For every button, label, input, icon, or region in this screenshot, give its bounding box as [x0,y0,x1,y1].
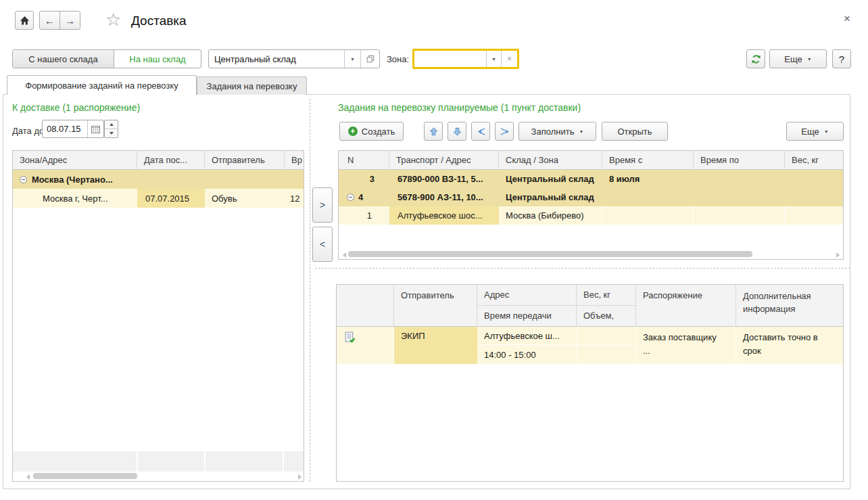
date-to-field[interactable]: 08.07.15 [42,120,104,138]
move-down-button[interactable] [448,122,466,141]
cell-info[interactable]: Доставить точно в срок [736,327,843,364]
left-panel-title: К доставке (1 распоряжение) [12,102,140,113]
more-button-right-panel[interactable]: Еще▼ [786,122,844,141]
home-button[interactable] [15,11,34,30]
table-row[interactable]: 4 5678-900 АЗ-11, 10... Центральный скла… [339,188,843,206]
favorites-star-icon[interactable]: ☆ [105,9,121,30]
scrollbar-thumb[interactable] [348,251,752,257]
cell-sender[interactable]: Обувь [205,189,285,208]
scroll-left-icon[interactable] [26,474,30,480]
cell-date-selected[interactable]: 07.07.2015 [137,189,205,208]
fill-button[interactable]: Заполнить▼ [519,122,596,141]
cell-doc-icon[interactable] [337,327,394,364]
horizontal-splitter[interactable] [315,268,850,269]
col-header-volume[interactable]: Объем, [577,306,636,326]
cell-n[interactable]: 1 [339,206,389,225]
date-spinner[interactable] [104,120,118,138]
left-table-hscrollbar[interactable] [13,472,304,481]
cell-transport[interactable]: 67890-000 ВЗ-11, 5... [389,170,499,188]
back-button[interactable]: ← [39,11,60,30]
page-title: Доставка [131,14,187,28]
cell-address[interactable]: Москва г, Черт... [13,189,137,208]
scroll-right-icon[interactable] [836,252,840,258]
cell-volume[interactable] [577,345,636,364]
col-header-address[interactable]: Адрес [477,285,577,306]
ungroup-button[interactable] [471,122,490,141]
create-button[interactable]: + Создать [339,122,404,141]
col-header-date[interactable]: Дата пос... [137,151,205,169]
col-header-n[interactable]: N [339,151,389,169]
collapse-icon[interactable] [347,194,354,201]
warehouse-dropdown-icon[interactable]: ▼ [345,57,360,62]
segment-to-our-warehouse[interactable]: На наш склад [114,50,201,68]
tab-task-forming[interactable]: Формирование заданий на перевозку [7,75,197,95]
zone-combobox[interactable]: ▼ × [412,49,519,69]
calendar-button[interactable] [88,125,103,133]
col-header-order[interactable]: Распоряжение [636,285,736,326]
group-button[interactable] [495,122,514,141]
move-left-button[interactable]: < [312,227,333,262]
cell-sender-selected[interactable]: ЭКИП [394,327,477,364]
plus-icon: + [348,127,358,136]
create-button-label: Создать [362,127,395,137]
table-row[interactable]: Москва г, Черт... 07.07.2015 Обувь 12 [13,189,304,208]
direction-segmented-control: С нашего склада На наш склад [12,49,201,68]
spinner-down-icon[interactable] [105,129,118,137]
warehouse-combobox[interactable]: Центральный склад ▼ [208,49,380,68]
vertical-splitter[interactable] [310,99,310,482]
open-button[interactable]: Открыть [602,122,668,141]
zone-clear-icon[interactable]: × [502,54,517,64]
col-header-zone-address[interactable]: Зона/Адрес [13,151,137,169]
col-header-time[interactable]: Вр [285,151,304,169]
col-header-time-to[interactable]: Время по [694,151,785,169]
col-header-transfer-time[interactable]: Время передачи [477,306,577,326]
forward-button[interactable]: → [59,11,80,30]
tab-transport-tasks[interactable]: Задания на перевозку [197,76,307,95]
cell-address[interactable]: Алтуфьевское ш... [477,327,577,345]
scroll-left-icon[interactable] [343,252,346,258]
cell-transport-selected[interactable]: Алтуфьевское шос... [389,206,499,225]
cell-time[interactable]: 12 [285,189,304,208]
cell-order[interactable]: Заказ поставщику ... [636,327,736,364]
col-header-weight[interactable]: Вес, кг [577,285,636,306]
cell-weight[interactable] [785,206,843,225]
cell-warehouse[interactable]: Центральный склад [499,188,602,206]
col-header-transport[interactable]: Транспорт / Адрес [389,151,499,169]
table-row[interactable]: ЭКИП Алтуфьевское ш... 14:00 - 15:00 Зак… [337,327,843,364]
cell-warehouse[interactable]: Москва (Бибирево) [499,206,602,225]
cell-transport[interactable]: 5678-900 АЗ-11, 10... [389,188,499,206]
spinner-up-icon[interactable] [105,120,118,129]
move-up-button[interactable] [424,122,443,141]
refresh-button[interactable] [746,49,765,68]
move-right-button[interactable]: > [312,187,333,223]
col-header-warehouse[interactable]: Склад / Зона [499,151,602,169]
zone-dropdown-icon[interactable]: ▼ [487,57,501,62]
help-button[interactable]: ? [832,49,851,68]
cell-time-from[interactable]: 8 июля [602,170,694,188]
segment-from-our-warehouse[interactable]: С нашего склада [13,50,114,68]
cell-n[interactable]: 4 [339,188,389,206]
warehouse-picker-button[interactable] [361,54,379,64]
right-table-hscrollbar[interactable] [339,250,844,259]
table-row[interactable]: 1 Алтуфьевское шос... Москва (Бибирево) [339,206,843,225]
col-header-info[interactable]: Дополнительная информация [736,285,843,326]
cell-transfer-time[interactable]: 14:00 - 15:00 [477,345,577,364]
col-header-icon[interactable] [337,285,394,326]
cell-warehouse[interactable]: Центральный склад [499,170,602,188]
scroll-right-icon[interactable] [298,474,302,480]
col-header-time-from[interactable]: Время с [602,151,694,169]
cell-time-to[interactable] [694,206,785,225]
cell-time-from[interactable] [602,206,694,225]
close-icon[interactable]: × [844,12,850,26]
scrollbar-thumb[interactable] [33,473,137,479]
more-button-top[interactable]: Еще▼ [769,49,827,68]
cell-weight[interactable] [577,327,636,345]
table-row[interactable]: 3 67890-000 ВЗ-11, 5... Центральный скла… [339,170,843,188]
table-row[interactable]: Москва (Чертано... [13,170,304,189]
collapse-icon[interactable] [20,176,27,183]
arrow-up-icon [429,127,439,137]
cell-n[interactable]: 3 [339,170,389,188]
col-header-weight[interactable]: Вес, кг [785,151,843,169]
col-header-sender[interactable]: Отправитель [205,151,285,169]
col-header-sender[interactable]: Отправитель [394,285,477,326]
